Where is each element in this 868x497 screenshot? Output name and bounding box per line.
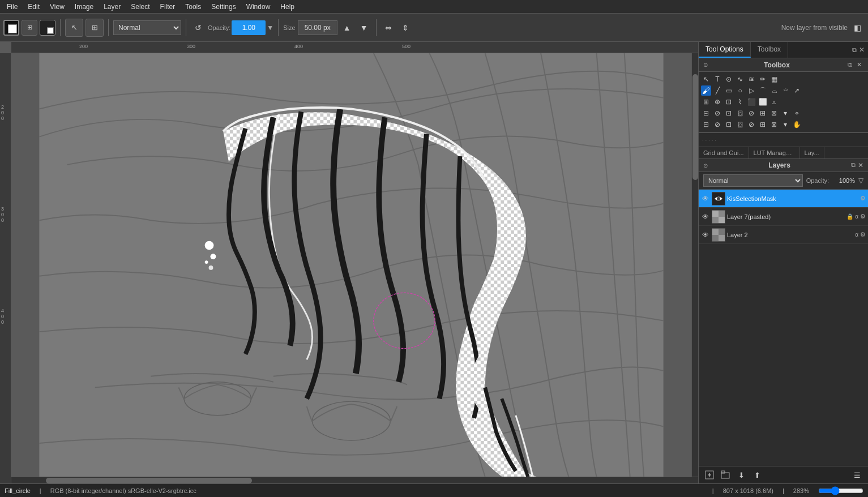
tool-select-path2[interactable]: ⌼ [735,119,745,130]
layer-eye-1[interactable]: 👁 [701,194,710,203]
layers-close-icon[interactable]: ✕ [858,161,863,169]
menu-filter[interactable]: Filter [156,2,180,12]
menu-settings[interactable]: Settings [207,2,240,12]
tool-line[interactable]: ╱ [712,85,722,96]
size-down-icon[interactable]: ▼ [357,20,371,35]
panel-float-icon[interactable]: ⧉ [852,46,857,54]
layer-settings-btn-3[interactable]: ⚙ [860,231,866,238]
layer-row-1[interactable]: 👁 KisSelectionMask ⚙ [699,190,868,208]
menu-layer[interactable]: Layer [99,2,125,12]
menu-help[interactable]: Help [276,2,299,12]
menu-view[interactable]: View [45,2,69,12]
layer-settings-btn-1[interactable]: ⚙ [860,195,866,202]
menu-window[interactable]: Window [242,2,275,12]
size-up-icon[interactable]: ▲ [340,20,354,35]
tab-grid-and-gui[interactable]: Grid and Gui... [699,147,749,158]
vscroll-thumb[interactable] [692,74,698,180]
layer-alpha-lock-3[interactable]: α [855,232,858,238]
size-input[interactable] [298,20,337,35]
tool-crop[interactable]: ⊟ [701,119,711,130]
tab-toolbox[interactable]: Toolbox [751,42,788,58]
layer-lock-2[interactable]: 🔒 [846,213,853,220]
tool-select-circle[interactable]: ⊡ [724,119,734,130]
tool-dynamic-brush[interactable]: ⌔ [780,85,790,96]
layer-options-btn[interactable]: ☰ [851,469,863,481]
panel-close-icon[interactable]: ✕ [859,46,865,54]
layer-alpha-lock-2[interactable]: α [855,213,858,220]
add-layer-btn[interactable] [703,469,716,481]
tool-select-shape[interactable]: ↖ [701,74,711,84]
tool-pan[interactable]: ✋ [792,119,802,130]
menu-file[interactable]: File [2,2,22,12]
toolbox-close-icon[interactable]: ✕ [855,61,863,69]
select-tool[interactable]: ↖ [65,19,83,37]
tool-ellipse[interactable]: ○ [735,85,745,96]
tool-zoom2[interactable]: ▾ [780,119,790,130]
tool-multibrush[interactable]: ▦ [769,74,779,84]
tab-lut-management[interactable]: LUT Managem... [749,147,800,158]
layer-row-3[interactable]: 👁 Layer 2 α ⚙ [699,226,868,244]
tool-brush[interactable]: 🖌 [701,85,711,96]
tool-select-outline[interactable]: ⊘ [712,119,722,130]
opacity-value[interactable]: 1.00 [232,20,266,35]
transform-tool[interactable]: ⊞ [85,19,104,37]
blend-mode-select[interactable]: NormalMultiplyScreenOverlayDarkenLighten [113,20,181,35]
tool-move[interactable]: ⊕ [712,97,722,107]
mirror-h-icon[interactable]: ⇔ [381,20,396,35]
tool-select-mask[interactable]: ⊠ [769,119,779,130]
art-canvas[interactable] [11,53,691,477]
add-group-layer-btn[interactable] [719,469,732,481]
layer-eye-2[interactable]: 👁 [701,212,710,221]
fg-bg-colors[interactable] [40,20,55,36]
tool-select-lasso[interactable]: ⊘ [746,119,756,130]
layers-float-icon[interactable]: ⧉ [851,161,856,169]
menu-select[interactable]: Select [126,2,154,12]
menu-edit[interactable]: Edit [23,2,44,12]
layers-alpha-icon[interactable]: ▽ [858,177,863,185]
tab-tool-options[interactable]: Tool Options [699,42,751,58]
tool-bezier[interactable]: ⌒ [758,85,768,96]
tool-select-ellipse[interactable]: ⊘ [712,108,722,118]
tool-magnetic-select[interactable]: ▾ [780,108,790,118]
tool-options-small[interactable]: ⊞ [22,20,37,36]
reset-icon[interactable]: ↺ [191,20,206,35]
mirror-v-icon[interactable]: ⇕ [398,20,413,35]
hscroll-thumb[interactable] [46,478,252,483]
tool-multibrush2[interactable]: ↗ [792,85,802,96]
tool-fill-pattern[interactable]: ≋ [746,74,756,84]
tab-layers-short[interactable]: Lay... [800,147,824,158]
tool-text[interactable]: T [712,74,722,84]
zoom-slider[interactable] [818,487,863,494]
canvas-hscroll[interactable] [11,477,698,483]
layer-row-2[interactable]: 👁 Layer 7(pasted) 🔒 α ⚙ [699,208,868,226]
canvas-vscroll[interactable] [691,53,698,477]
layer-settings-btn-2[interactable]: ⚙ [860,213,866,220]
opacity-dropdown-icon[interactable]: ▼ [267,24,273,32]
panel-icon[interactable]: ◧ [850,20,865,35]
tool-select-outline2[interactable]: ⊞ [758,119,768,130]
tool-select-rect[interactable]: ⊟ [701,108,711,118]
tool-select-freehand[interactable]: ⌼ [735,108,745,118]
tool-pencil[interactable]: ✏ [758,74,768,84]
tool-select-contiguous[interactable]: ⊘ [746,108,756,118]
toolbox-float-icon[interactable]: ⧉ [846,61,854,69]
tool-fill[interactable]: ⬜ [758,97,768,107]
tool-gradient[interactable]: ⬛ [746,97,756,107]
layer-eye-3[interactable]: 👁 [701,230,710,239]
tool-freehand-path[interactable]: ⌓ [769,85,779,96]
tool-rect[interactable]: ▭ [724,85,734,96]
tool-smart-patch[interactable]: ∿ [735,74,745,84]
layers-blend-select[interactable]: NormalMultiplyScreen [703,174,803,187]
tool-calligraphy[interactable]: ⊙ [724,74,734,84]
tool-select-path[interactable]: ⊠ [769,108,779,118]
menu-image[interactable]: Image [70,2,98,12]
tool-select-similar[interactable]: ⊞ [758,108,768,118]
tool-smart-fill[interactable]: ▵ [769,97,779,107]
foreground-color[interactable] [3,20,19,36]
tool-cage[interactable]: ⊡ [724,97,734,107]
tool-transform[interactable]: ⊞ [701,97,711,107]
tool-zoom[interactable]: ⌖ [792,108,802,118]
tool-polygon[interactable]: ▷ [746,85,756,96]
move-layer-down-btn[interactable]: ⬇ [735,469,747,481]
move-layer-up-btn[interactable]: ⬆ [751,469,763,481]
